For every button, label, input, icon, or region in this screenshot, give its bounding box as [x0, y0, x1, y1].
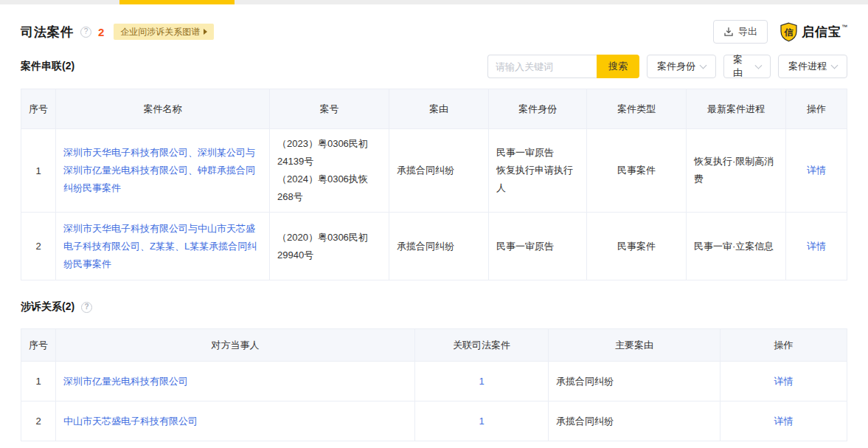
chevron-down-icon — [700, 61, 707, 69]
case-count-badge: 2 — [98, 26, 104, 38]
download-icon — [723, 27, 734, 37]
table-row: 2 深圳市天华电子科技有限公司与中山市天芯盛电子科技有限公司、Z某某、L某某承揽… — [21, 213, 847, 280]
brand-tm: ™ — [841, 24, 847, 30]
case-type: 民事案件 — [587, 129, 687, 213]
table-header-row: 序号 案件名称 案号 案由 案件身份 案件类型 最新案件进程 操作 — [21, 89, 847, 129]
case-chain-heading: 案件串联(2) — [21, 60, 74, 73]
filter-cause-label: 案由 — [733, 53, 751, 80]
export-label: 导出 — [738, 25, 757, 38]
case-name-link[interactable]: 深圳市天华电子科技有限公司、深圳某公司与深圳市亿量光电科技有限公司、钟群承揽合同… — [63, 144, 262, 197]
brand-logo: 信 启信宝 ™ — [780, 22, 847, 42]
main-cause: 承揽合同纠纷 — [549, 402, 721, 441]
litigation-relations-heading: 涉诉关系(2) ? — [21, 300, 92, 314]
row-no: 1 — [21, 129, 56, 213]
col-header-party: 对方当事人 — [56, 329, 415, 362]
brand-shield-icon: 信 — [780, 22, 798, 42]
litigation-graph-badge[interactable]: 企业间涉诉关系图谱 — [114, 24, 214, 40]
row-no: 1 — [21, 362, 56, 402]
col-header-role: 案件身份 — [489, 89, 587, 129]
case-cause: 承揽合同纠纷 — [389, 129, 489, 213]
page-title: 司法案件 — [21, 24, 74, 41]
table-row: 2 中山市天芯盛电子科技有限公司 1 承揽合同纠纷 详情 — [21, 402, 847, 441]
case-cause: 承揽合同纠纷 — [389, 213, 489, 280]
chevron-down-icon — [755, 61, 763, 69]
col-header-no: 序号 — [21, 89, 56, 129]
col-header-case-name: 案件名称 — [56, 89, 270, 129]
case-number: （2020）粤0306民初29940号 — [277, 229, 381, 264]
case-number: （2024）粤0306执恢268号 — [277, 170, 381, 206]
party-link[interactable]: 中山市天芯盛电子科技有限公司 — [63, 416, 198, 427]
litigation-relations-label: 涉诉关系(2) — [21, 300, 74, 314]
col-header-no: 序号 — [21, 329, 56, 362]
table-row: 1 深圳市亿量光电科技有限公司 1 承揽合同纠纷 详情 — [21, 362, 847, 402]
help-icon[interactable]: ? — [80, 27, 91, 38]
keyword-search-input[interactable] — [487, 55, 597, 78]
main-cause: 承揽合同纠纷 — [549, 362, 721, 402]
case-role: 民事一审原告 — [496, 238, 579, 255]
table-row: 1 深圳市天华电子科技有限公司、深圳某公司与深圳市亿量光电科技有限公司、钟群承揽… — [21, 129, 847, 213]
filter-progress-label: 案件进程 — [788, 60, 827, 73]
search-button[interactable]: 搜索 — [597, 55, 639, 78]
col-header-related-cases: 关联司法案件 — [415, 329, 549, 362]
related-case-count-link[interactable]: 1 — [479, 376, 484, 387]
table-header-row: 序号 对方当事人 关联司法案件 主要案由 操作 — [21, 329, 847, 362]
help-icon[interactable]: ? — [81, 302, 92, 313]
case-progress: 恢复执行·限制高消费 — [687, 129, 786, 213]
col-header-progress: 最新案件进程 — [687, 89, 786, 129]
litigation-graph-label: 企业间涉诉关系图谱 — [120, 24, 200, 40]
related-case-count-link[interactable]: 1 — [479, 416, 484, 427]
case-chain-table: 序号 案件名称 案号 案由 案件身份 案件类型 最新案件进程 操作 1 深圳市天… — [21, 89, 847, 280]
party-link[interactable]: 深圳市亿量光电科技有限公司 — [63, 376, 188, 387]
brand-name: 启信宝 — [802, 24, 841, 41]
case-progress: 民事一审·立案信息 — [687, 213, 786, 280]
judicial-cases-panel: 司法案件 ? 2 企业间涉诉关系图谱 导出 信 启信宝 ™ — [0, 4, 868, 441]
case-role: 恢复执行申请执行人 — [496, 162, 579, 197]
arrow-right-icon — [204, 29, 207, 35]
col-header-action: 操作 — [721, 329, 847, 362]
brand-glyph: 信 — [784, 27, 794, 37]
case-type: 民事案件 — [587, 213, 687, 280]
row-no: 2 — [21, 402, 56, 441]
litigation-relations-table: 序号 对方当事人 关联司法案件 主要案由 操作 1 深圳市亿量光电科技有限公司 … — [21, 328, 847, 441]
detail-link[interactable]: 详情 — [774, 376, 794, 387]
filter-progress-dropdown[interactable]: 案件进程 — [778, 55, 847, 78]
case-role: 民事一审原告 — [496, 144, 579, 162]
detail-link[interactable]: 详情 — [774, 416, 794, 427]
case-chain-toolbar: 案件串联(2) 搜索 案件身份 案由 案件进程 — [21, 55, 847, 78]
case-number: （2023）粤0306民初24139号 — [277, 135, 381, 170]
col-header-type: 案件类型 — [587, 89, 687, 129]
case-name-link[interactable]: 深圳市天华电子科技有限公司与中山市天芯盛电子科技有限公司、Z某某、L某某承揽合同… — [63, 220, 262, 273]
filter-case-role-dropdown[interactable]: 案件身份 — [647, 55, 716, 78]
col-header-main-cause: 主要案由 — [549, 329, 721, 362]
detail-link[interactable]: 详情 — [807, 165, 826, 176]
filter-cause-dropdown[interactable]: 案由 — [723, 55, 771, 78]
col-header-case-number: 案号 — [270, 89, 389, 129]
page-header: 司法案件 ? 2 企业间涉诉关系图谱 导出 信 启信宝 ™ — [21, 22, 847, 41]
col-header-cause: 案由 — [389, 89, 489, 129]
chevron-down-icon — [831, 61, 839, 69]
detail-link[interactable]: 详情 — [807, 241, 826, 252]
export-button[interactable]: 导出 — [713, 20, 768, 44]
litigation-relations-header: 涉诉关系(2) ? — [21, 295, 847, 319]
row-no: 2 — [21, 213, 56, 280]
filter-case-role-label: 案件身份 — [657, 60, 695, 73]
col-header-action: 操作 — [786, 89, 847, 129]
